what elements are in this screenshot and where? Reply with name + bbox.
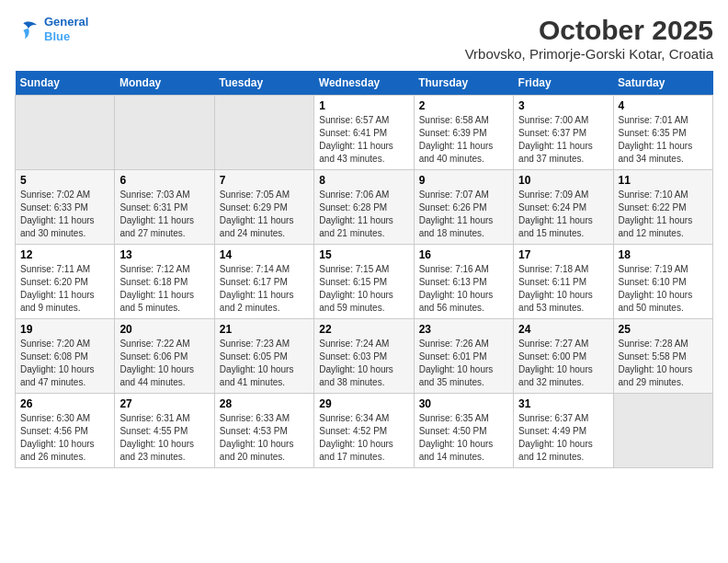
- day-number: 28: [220, 397, 309, 410]
- calendar-cell: 16Sunrise: 7:16 AM Sunset: 6:13 PM Dayli…: [414, 245, 513, 319]
- day-number: 11: [619, 174, 708, 187]
- calendar-cell: 10Sunrise: 7:09 AM Sunset: 6:24 PM Dayli…: [514, 170, 613, 245]
- day-info: Sunrise: 7:19 AM Sunset: 6:10 PM Dayligh…: [619, 263, 708, 315]
- calendar-cell: 6Sunrise: 7:03 AM Sunset: 6:31 PM Daylig…: [115, 170, 214, 245]
- calendar-header-row: SundayMondayTuesdayWednesdayThursdayFrid…: [16, 71, 713, 96]
- day-info: Sunrise: 7:20 AM Sunset: 6:08 PM Dayligh…: [20, 338, 109, 389]
- header-thursday: Thursday: [414, 71, 513, 96]
- day-info: Sunrise: 7:27 AM Sunset: 6:00 PM Dayligh…: [518, 338, 608, 389]
- logo-text: General Blue: [44, 15, 88, 43]
- day-info: Sunrise: 7:07 AM Sunset: 6:26 PM Dayligh…: [419, 189, 508, 240]
- day-info: Sunrise: 7:09 AM Sunset: 6:24 PM Dayligh…: [518, 189, 608, 240]
- day-number: 18: [619, 248, 708, 261]
- day-number: 22: [319, 323, 408, 336]
- logo-icon: [15, 17, 40, 42]
- day-info: Sunrise: 7:24 AM Sunset: 6:03 PM Dayligh…: [319, 338, 408, 389]
- calendar-cell: 13Sunrise: 7:12 AM Sunset: 6:18 PM Dayli…: [115, 245, 214, 319]
- day-info: Sunrise: 7:23 AM Sunset: 6:05 PM Dayligh…: [220, 338, 309, 389]
- day-number: 4: [619, 99, 708, 112]
- day-info: Sunrise: 6:37 AM Sunset: 4:49 PM Dayligh…: [518, 412, 608, 464]
- day-info: Sunrise: 7:16 AM Sunset: 6:13 PM Dayligh…: [419, 263, 508, 315]
- calendar-cell: 29Sunrise: 6:34 AM Sunset: 4:52 PM Dayli…: [314, 394, 414, 468]
- day-number: 1: [319, 99, 408, 112]
- calendar-cell: 7Sunrise: 7:05 AM Sunset: 6:29 PM Daylig…: [214, 170, 313, 245]
- logo: General Blue: [15, 15, 88, 43]
- calendar-cell: 1Sunrise: 6:57 AM Sunset: 6:41 PM Daylig…: [314, 96, 414, 170]
- title-block: October 2025 Vrbovsko, Primorje-Gorski K…: [465, 15, 713, 62]
- day-number: 9: [419, 174, 508, 187]
- day-info: Sunrise: 7:00 AM Sunset: 6:37 PM Dayligh…: [518, 114, 608, 166]
- day-info: Sunrise: 6:34 AM Sunset: 4:52 PM Dayligh…: [319, 412, 408, 464]
- day-info: Sunrise: 6:58 AM Sunset: 6:39 PM Dayligh…: [419, 114, 508, 166]
- calendar-week-4: 19Sunrise: 7:20 AM Sunset: 6:08 PM Dayli…: [16, 319, 713, 394]
- day-number: 5: [20, 174, 109, 187]
- header-sunday: Sunday: [16, 71, 115, 96]
- day-number: 24: [518, 323, 608, 336]
- day-number: 26: [20, 397, 109, 410]
- calendar-cell: 31Sunrise: 6:37 AM Sunset: 4:49 PM Dayli…: [514, 394, 613, 468]
- calendar-cell: 22Sunrise: 7:24 AM Sunset: 6:03 PM Dayli…: [314, 319, 414, 394]
- calendar-table: SundayMondayTuesdayWednesdayThursdayFrid…: [15, 71, 713, 468]
- day-info: Sunrise: 6:30 AM Sunset: 4:56 PM Dayligh…: [20, 412, 109, 464]
- calendar-cell: 8Sunrise: 7:06 AM Sunset: 6:28 PM Daylig…: [314, 170, 414, 245]
- day-number: 25: [619, 323, 708, 336]
- header-monday: Monday: [115, 71, 214, 96]
- calendar-cell: 2Sunrise: 6:58 AM Sunset: 6:39 PM Daylig…: [414, 96, 513, 170]
- calendar-cell: 20Sunrise: 7:22 AM Sunset: 6:06 PM Dayli…: [115, 319, 214, 394]
- calendar-cell: 18Sunrise: 7:19 AM Sunset: 6:10 PM Dayli…: [613, 245, 712, 319]
- calendar-cell: 4Sunrise: 7:01 AM Sunset: 6:35 PM Daylig…: [613, 96, 712, 170]
- day-number: 31: [518, 397, 608, 410]
- calendar-cell: [613, 394, 712, 468]
- calendar-cell: 26Sunrise: 6:30 AM Sunset: 4:56 PM Dayli…: [16, 394, 115, 468]
- day-number: 15: [319, 248, 408, 261]
- calendar-cell: [115, 96, 214, 170]
- calendar-cell: [214, 96, 313, 170]
- day-info: Sunrise: 7:11 AM Sunset: 6:20 PM Dayligh…: [20, 263, 109, 315]
- header-wednesday: Wednesday: [314, 71, 414, 96]
- calendar-cell: 27Sunrise: 6:31 AM Sunset: 4:55 PM Dayli…: [115, 394, 214, 468]
- day-info: Sunrise: 7:10 AM Sunset: 6:22 PM Dayligh…: [619, 189, 708, 240]
- calendar-cell: 12Sunrise: 7:11 AM Sunset: 6:20 PM Dayli…: [16, 245, 115, 319]
- calendar-cell: 5Sunrise: 7:02 AM Sunset: 6:33 PM Daylig…: [16, 170, 115, 245]
- page-header: General Blue October 2025 Vrbovsko, Prim…: [15, 15, 713, 62]
- month-title: October 2025: [465, 15, 713, 46]
- calendar-cell: 21Sunrise: 7:23 AM Sunset: 6:05 PM Dayli…: [214, 319, 313, 394]
- day-number: 8: [319, 174, 408, 187]
- day-number: 17: [518, 248, 608, 261]
- day-info: Sunrise: 7:03 AM Sunset: 6:31 PM Dayligh…: [119, 189, 209, 240]
- calendar-cell: 24Sunrise: 7:27 AM Sunset: 6:00 PM Dayli…: [514, 319, 613, 394]
- calendar-cell: 30Sunrise: 6:35 AM Sunset: 4:50 PM Dayli…: [414, 394, 513, 468]
- calendar-cell: 28Sunrise: 6:33 AM Sunset: 4:53 PM Dayli…: [214, 394, 313, 468]
- day-number: 30: [419, 397, 508, 410]
- calendar-cell: 19Sunrise: 7:20 AM Sunset: 6:08 PM Dayli…: [16, 319, 115, 394]
- day-number: 21: [220, 323, 309, 336]
- day-info: Sunrise: 7:05 AM Sunset: 6:29 PM Dayligh…: [220, 189, 309, 240]
- day-info: Sunrise: 7:02 AM Sunset: 6:33 PM Dayligh…: [20, 189, 109, 240]
- header-friday: Friday: [514, 71, 613, 96]
- calendar-cell: 9Sunrise: 7:07 AM Sunset: 6:26 PM Daylig…: [414, 170, 513, 245]
- calendar-cell: 23Sunrise: 7:26 AM Sunset: 6:01 PM Dayli…: [414, 319, 513, 394]
- day-info: Sunrise: 7:01 AM Sunset: 6:35 PM Dayligh…: [619, 114, 708, 166]
- day-info: Sunrise: 7:22 AM Sunset: 6:06 PM Dayligh…: [119, 338, 209, 389]
- day-info: Sunrise: 6:33 AM Sunset: 4:53 PM Dayligh…: [220, 412, 309, 464]
- calendar-week-5: 26Sunrise: 6:30 AM Sunset: 4:56 PM Dayli…: [16, 394, 713, 468]
- header-saturday: Saturday: [613, 71, 712, 96]
- calendar-cell: 15Sunrise: 7:15 AM Sunset: 6:15 PM Dayli…: [314, 245, 414, 319]
- calendar-cell: 11Sunrise: 7:10 AM Sunset: 6:22 PM Dayli…: [613, 170, 712, 245]
- day-number: 19: [20, 323, 109, 336]
- location-subtitle: Vrbovsko, Primorje-Gorski Kotar, Croatia: [465, 46, 713, 62]
- day-info: Sunrise: 6:57 AM Sunset: 6:41 PM Dayligh…: [319, 114, 408, 166]
- day-number: 29: [319, 397, 408, 410]
- day-info: Sunrise: 7:06 AM Sunset: 6:28 PM Dayligh…: [319, 189, 408, 240]
- day-info: Sunrise: 7:26 AM Sunset: 6:01 PM Dayligh…: [419, 338, 508, 389]
- day-number: 12: [20, 248, 109, 261]
- calendar-cell: 14Sunrise: 7:14 AM Sunset: 6:17 PM Dayli…: [214, 245, 313, 319]
- day-number: 14: [220, 248, 309, 261]
- calendar-week-3: 12Sunrise: 7:11 AM Sunset: 6:20 PM Dayli…: [16, 245, 713, 319]
- calendar-cell: 17Sunrise: 7:18 AM Sunset: 6:11 PM Dayli…: [514, 245, 613, 319]
- day-number: 23: [419, 323, 508, 336]
- day-info: Sunrise: 7:15 AM Sunset: 6:15 PM Dayligh…: [319, 263, 408, 315]
- calendar-week-2: 5Sunrise: 7:02 AM Sunset: 6:33 PM Daylig…: [16, 170, 713, 245]
- day-info: Sunrise: 6:31 AM Sunset: 4:55 PM Dayligh…: [119, 412, 209, 464]
- day-number: 3: [518, 99, 608, 112]
